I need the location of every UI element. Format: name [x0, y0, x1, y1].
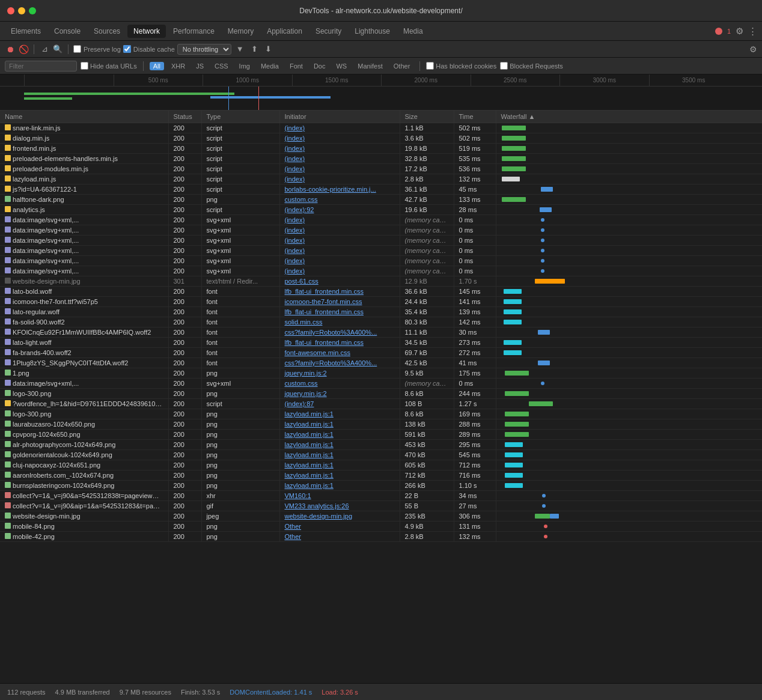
initiator-link[interactable]: lfb_flat-ui_frontend.min.css — [285, 288, 364, 295]
tab-application[interactable]: Application — [261, 25, 308, 38]
table-row[interactable]: fa-brands-400.woff2200fontfont-awesome.m… — [0, 348, 762, 358]
table-row[interactable]: website-design-min.jpg301text/html / Red… — [0, 276, 762, 287]
filter-other[interactable]: Other — [390, 62, 414, 70]
initiator-link[interactable]: (index) — [285, 237, 305, 244]
initiator-link[interactable]: lazyload.min.js:1 — [285, 472, 334, 479]
initiator-link[interactable]: VM233 analytics.js:26 — [285, 502, 349, 510]
initiator-link[interactable]: lazyload.min.js:1 — [285, 421, 334, 428]
table-row[interactable]: KFOlCnqEu92Fr1MmWUIIfBBc4AMP6IQ.woff2200… — [0, 327, 762, 338]
tab-lighthouse[interactable]: Lighthouse — [349, 25, 396, 38]
initiator-link[interactable]: (index) — [285, 155, 305, 162]
preserve-log-checkbox[interactable] — [73, 45, 81, 53]
initiator-link[interactable]: (index) — [285, 124, 305, 132]
filter-font[interactable]: Font — [286, 62, 306, 70]
settings-gear-icon[interactable]: ⚙ — [749, 44, 757, 54]
initiator-link[interactable]: lazyload.min.js:1 — [285, 410, 334, 418]
clear-button[interactable]: 🚫 — [18, 44, 29, 55]
table-row[interactable]: data:image/svg+xml,...200svg+xml(index)(… — [0, 225, 762, 236]
table-row[interactable]: logo-300.png200pnglazyload.min.js:18.6 k… — [0, 409, 762, 419]
tab-memory[interactable]: Memory — [222, 25, 260, 38]
disable-cache-label[interactable]: Disable cache — [123, 45, 175, 53]
import-button[interactable]: ▼ — [234, 43, 246, 55]
filter-ws[interactable]: WS — [332, 62, 350, 70]
initiator-link[interactable]: css?family=Roboto%3A400%... — [285, 329, 377, 336]
initiator-link[interactable]: lfb_flat-ui_frontend.min.css — [285, 339, 364, 346]
has-blocked-cookies-label[interactable]: Has blocked cookies — [426, 62, 496, 70]
col-name[interactable]: Name — [0, 111, 168, 123]
initiator-link[interactable]: website-design-min.jpg — [285, 513, 353, 520]
table-row[interactable]: data:image/svg+xml,...200svg+xmlcustom.c… — [0, 379, 762, 389]
search-button[interactable]: 🔍 — [52, 44, 63, 55]
initiator-link[interactable]: css?family=Roboto%3A400%... — [285, 359, 377, 367]
table-row[interactable]: js?id=UA-66367122-1200scriptborlabs-cook… — [0, 184, 762, 195]
filter-xhr[interactable]: XHR — [168, 62, 189, 70]
initiator-link[interactable]: Other — [285, 533, 302, 540]
table-row[interactable]: lato-bold.woff200fontlfb_flat-ui_fronten… — [0, 287, 762, 297]
maximize-dot[interactable] — [29, 7, 36, 14]
table-row[interactable]: burnsplasteringcom-1024x649.png200pnglaz… — [0, 481, 762, 491]
table-row[interactable]: 1.png200pngjquery.min.js:29.5 kB175 ms — [0, 368, 762, 379]
more-icon[interactable]: ⋮ — [748, 26, 757, 37]
col-time[interactable]: Time — [454, 111, 496, 123]
initiator-link[interactable]: (index) — [285, 135, 305, 142]
table-row[interactable]: goldenorientalcouk-1024x649.png200pnglaz… — [0, 450, 762, 460]
tab-performance[interactable]: Performance — [167, 25, 221, 38]
table-row[interactable]: preloaded-elements-handlers.min.js200scr… — [0, 154, 762, 164]
initiator-link[interactable]: lazyload.min.js:1 — [285, 482, 334, 489]
table-row[interactable]: cluj-napocaxyz-1024x651.png200pnglazyloa… — [0, 460, 762, 470]
network-table-container[interactable]: Name Status Type Initiator Size Time Wat… — [0, 111, 762, 683]
initiator-link[interactable]: font-awesome.min.css — [285, 349, 350, 356]
record-button[interactable]: ⏺ — [5, 44, 16, 55]
filter-all[interactable]: All — [150, 62, 164, 70]
table-row[interactable]: collect?v=1&_v=j90&aip=1&a=542531283&t=p… — [0, 501, 762, 511]
table-row[interactable]: dialog.min.js200script(index)3.6 kB502 m… — [0, 133, 762, 144]
minimize-dot[interactable] — [18, 7, 25, 14]
initiator-link[interactable]: custom.css — [285, 380, 318, 387]
initiator-link[interactable]: (index) — [285, 145, 305, 152]
initiator-link[interactable]: lazyload.min.js:1 — [285, 431, 334, 438]
table-row[interactable]: lato-regular.woff200fontlfb_flat-ui_fron… — [0, 307, 762, 317]
table-row[interactable]: laurabuzasro-1024x650.png200pnglazyload.… — [0, 419, 762, 430]
table-row[interactable]: mobile-84.png200pngOther4.9 kB131 ms — [0, 522, 762, 532]
tab-security[interactable]: Security — [309, 25, 347, 38]
initiator-link[interactable]: lfb_flat-ui_frontend.min.css — [285, 308, 364, 315]
col-initiator[interactable]: Initiator — [279, 111, 400, 123]
table-row[interactable]: 1Ptug8zYS_SKggPNyC0IT4ttDfA.woff2200font… — [0, 358, 762, 368]
table-row[interactable]: cpvporg-1024x650.png200pnglazyload.min.j… — [0, 430, 762, 440]
filter-doc[interactable]: Doc — [310, 62, 329, 70]
table-row[interactable]: data:image/svg+xml,...200svg+xml(index)(… — [0, 236, 762, 246]
table-row[interactable]: data:image/svg+xml,...200svg+xml(index)(… — [0, 215, 762, 225]
col-type[interactable]: Type — [201, 111, 279, 123]
initiator-link[interactable]: jquery.min.js:2 — [285, 370, 327, 377]
table-row[interactable]: data:image/svg+xml,...200svg+xml(index)(… — [0, 246, 762, 256]
table-row[interactable]: preloaded-modules.min.js200script(index)… — [0, 164, 762, 174]
tab-elements[interactable]: Elements — [5, 25, 47, 38]
initiator-link[interactable]: (index) — [285, 247, 305, 254]
initiator-link[interactable]: icomoon-the7-font.min.css — [285, 298, 362, 305]
table-row[interactable]: collect?v=1&_v=j90&a=5425312838t=pagevie… — [0, 491, 762, 501]
table-row[interactable]: logo-300.png200pngjquery.min.js:28.6 kB2… — [0, 389, 762, 399]
download-button[interactable]: ⬇ — [263, 43, 274, 55]
tab-media[interactable]: Media — [397, 25, 429, 38]
col-waterfall[interactable]: Waterfall ▲ — [496, 111, 762, 123]
initiator-link[interactable]: custom.css — [285, 196, 318, 203]
initiator-link[interactable]: post-61.css — [285, 278, 319, 285]
table-row[interactable]: mobile-42.png200pngOther2.8 kB132 ms — [0, 532, 762, 542]
initiator-link[interactable]: borlabs-cookie-prioritize.min.j... — [285, 186, 376, 193]
tab-network[interactable]: Network — [127, 25, 166, 38]
export-button[interactable]: ⬆ — [249, 43, 260, 55]
filter-media[interactable]: Media — [257, 62, 282, 70]
table-row[interactable]: ?wordfence_lh=1&hid=D97611EDDD424839610C… — [0, 399, 762, 409]
table-row[interactable]: snare-link.min.js200script(index)1.1 kB5… — [0, 123, 762, 133]
table-row[interactable]: analytics.js200script(index):9219.6 kB28… — [0, 205, 762, 215]
disable-cache-checkbox[interactable] — [123, 45, 131, 53]
initiator-link[interactable]: (index):92 — [285, 206, 314, 213]
tab-console[interactable]: Console — [48, 25, 87, 38]
has-blocked-cookies-checkbox[interactable] — [426, 62, 434, 70]
settings-icon[interactable]: ⚙ — [736, 26, 743, 37]
table-row[interactable]: website-design-min.jpg200jpegwebsite-des… — [0, 511, 762, 522]
initiator-link[interactable]: (index) — [285, 216, 305, 224]
timeline-area[interactable]: 500 ms 1000 ms 1500 ms 2000 ms 2500 ms 3… — [0, 75, 762, 111]
col-size[interactable]: Size — [400, 111, 454, 123]
initiator-link[interactable]: (index):87 — [285, 400, 314, 407]
